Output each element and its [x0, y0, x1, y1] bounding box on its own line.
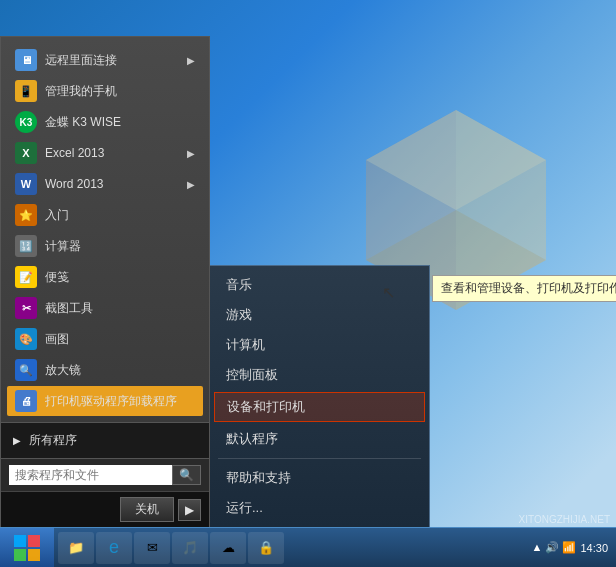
- right-menu-games[interactable]: 游戏: [210, 300, 429, 330]
- svg-rect-5: [28, 535, 40, 547]
- shutdown-arrow-button[interactable]: ▶: [178, 499, 201, 521]
- start-button[interactable]: [0, 528, 54, 568]
- search-bar: 🔍: [1, 458, 209, 491]
- menu-item-calc[interactable]: 🔢 计算器: [7, 231, 203, 261]
- taskbar-item-explorer[interactable]: 📁: [58, 532, 94, 564]
- menu-item-snip-label: 截图工具: [45, 300, 93, 317]
- kingdee-icon: K3: [15, 111, 37, 133]
- right-menu-music-label: 音乐: [226, 276, 252, 294]
- ie-icon: e: [109, 537, 119, 558]
- paint-icon: 🎨: [15, 328, 37, 350]
- right-menu-devicesprint[interactable]: 设备和打印机: [214, 392, 425, 422]
- shutdown-area: 关机 ▶: [1, 491, 209, 527]
- magnify-icon: 🔍: [15, 359, 37, 381]
- menu-item-printer-label: 打印机驱动程序卸载程序: [45, 393, 177, 410]
- right-menu-helpsupp[interactable]: 帮助和支持: [210, 463, 429, 493]
- menu-item-word-label: Word 2013: [45, 177, 103, 191]
- cloud-icon: ☁: [222, 540, 235, 555]
- snip-icon: ✂: [15, 297, 37, 319]
- menu-item-intro[interactable]: ⭐ 入门: [7, 200, 203, 230]
- right-menu-helpsupp-label: 帮助和支持: [226, 469, 291, 487]
- right-menu-games-label: 游戏: [226, 306, 252, 324]
- menu-arrow-word: ▶: [187, 179, 195, 190]
- menu-item-myphone[interactable]: 📱 管理我的手机: [7, 76, 203, 106]
- search-button[interactable]: 🔍: [172, 465, 201, 485]
- shutdown-button[interactable]: 关机: [120, 497, 174, 522]
- right-menu-computer[interactable]: 计算机: [210, 330, 429, 360]
- taskbar-tray: ▲ 🔊 📶 14:30: [523, 541, 616, 554]
- menu-item-intro-label: 入门: [45, 207, 69, 224]
- menu-item-paint[interactable]: 🎨 画图: [7, 324, 203, 354]
- tray-icons: ▲ 🔊 📶: [531, 541, 576, 554]
- taskbar-item-email[interactable]: ✉: [134, 532, 170, 564]
- watermark-text: XITONGZHIJIA.NET: [519, 514, 611, 525]
- taskbar-item-media[interactable]: 🎵: [172, 532, 208, 564]
- start-menu-bottom: ▶ 所有程序: [1, 422, 209, 458]
- system-time: 14:30: [580, 542, 608, 554]
- menu-item-myphone-label: 管理我的手机: [45, 83, 117, 100]
- menu-item-magnify[interactable]: 🔍 放大镜: [7, 355, 203, 385]
- taskbar-item-cloud[interactable]: ☁: [210, 532, 246, 564]
- menu-item-excel[interactable]: X Excel 2013 ▶: [7, 138, 203, 168]
- right-menu-devicesprint-label: 设备和打印机: [227, 398, 305, 416]
- menu-item-excel-label: Excel 2013: [45, 146, 104, 160]
- taskbar-items: 📁 e ✉ 🎵 ☁ 🔒: [54, 528, 523, 567]
- right-menu-controlpanel-label: 控制面板: [226, 366, 278, 384]
- media-icon: 🎵: [182, 540, 198, 555]
- menu-item-paint-label: 画图: [45, 331, 69, 348]
- menu-item-kingdee-label: 金蝶 K3 WISE: [45, 114, 121, 131]
- menu-item-calc-label: 计算器: [45, 238, 81, 255]
- windows-start-icon: [12, 533, 42, 563]
- start-menu-right: 音乐 游戏 计算机 控制面板 设备和打印机 默认程序 帮助和支持 运行...: [210, 265, 430, 527]
- printer-icon: 🖨: [15, 390, 37, 412]
- calc-icon: 🔢: [15, 235, 37, 257]
- explorer-icon: 📁: [68, 540, 84, 555]
- search-input[interactable]: [9, 465, 172, 485]
- menu-item-snip[interactable]: ✂ 截图工具: [7, 293, 203, 323]
- allprograms-arrow: ▶: [13, 435, 21, 446]
- myphone-icon: 📱: [15, 80, 37, 102]
- menu-item-kingdee[interactable]: K3 金蝶 K3 WISE: [7, 107, 203, 137]
- word-icon: W: [15, 173, 37, 195]
- right-menu-run[interactable]: 运行...: [210, 493, 429, 523]
- right-menu-music[interactable]: 音乐: [210, 270, 429, 300]
- taskbar-item-security[interactable]: 🔒: [248, 532, 284, 564]
- menu-item-remote[interactable]: 🖥 远程里面连接 ▶: [7, 45, 203, 75]
- right-menu-defaultprog-label: 默认程序: [226, 430, 278, 448]
- notepad-icon: 📝: [15, 266, 37, 288]
- intro-icon: ⭐: [15, 204, 37, 226]
- menu-item-magnify-label: 放大镜: [45, 362, 81, 379]
- menu-item-remote-label: 远程里面连接: [45, 52, 117, 69]
- menu-arrow-excel: ▶: [187, 148, 195, 159]
- svg-rect-6: [14, 549, 26, 561]
- start-menu-pinned: 🖥 远程里面连接 ▶ 📱 管理我的手机 K3 金蝶 K3 WISE X Exce…: [1, 37, 209, 422]
- start-menu: 🖥 远程里面连接 ▶ 📱 管理我的手机 K3 金蝶 K3 WISE X Exce…: [0, 36, 210, 527]
- menu-item-allprograms[interactable]: ▶ 所有程序: [1, 427, 209, 454]
- security-icon: 🔒: [258, 540, 274, 555]
- menu-item-notepad-label: 便笺: [45, 269, 69, 286]
- right-menu-divider: [218, 458, 421, 459]
- right-menu-computer-label: 计算机: [226, 336, 265, 354]
- taskbar-item-ie[interactable]: e: [96, 532, 132, 564]
- menu-item-printer[interactable]: 🖨 打印机驱动程序卸载程序: [7, 386, 203, 416]
- menu-item-word[interactable]: W Word 2013 ▶: [7, 169, 203, 199]
- watermark: XITONGZHIJIA.NET: [519, 514, 611, 525]
- taskbar: 📁 e ✉ 🎵 ☁ 🔒 ▲ 🔊 📶 14:30 XITONGZHIJIA.NET: [0, 527, 616, 567]
- right-menu-controlpanel[interactable]: 控制面板: [210, 360, 429, 390]
- excel-icon: X: [15, 142, 37, 164]
- menu-item-allprograms-label: 所有程序: [29, 432, 77, 449]
- right-menu-defaultprog[interactable]: 默认程序: [210, 424, 429, 454]
- right-menu-run-label: 运行...: [226, 499, 263, 517]
- svg-rect-7: [28, 549, 40, 561]
- menu-item-notepad[interactable]: 📝 便笺: [7, 262, 203, 292]
- remote-icon: 🖥: [15, 49, 37, 71]
- email-icon: ✉: [147, 540, 158, 555]
- menu-arrow-remote: ▶: [187, 55, 195, 66]
- svg-rect-4: [14, 535, 26, 547]
